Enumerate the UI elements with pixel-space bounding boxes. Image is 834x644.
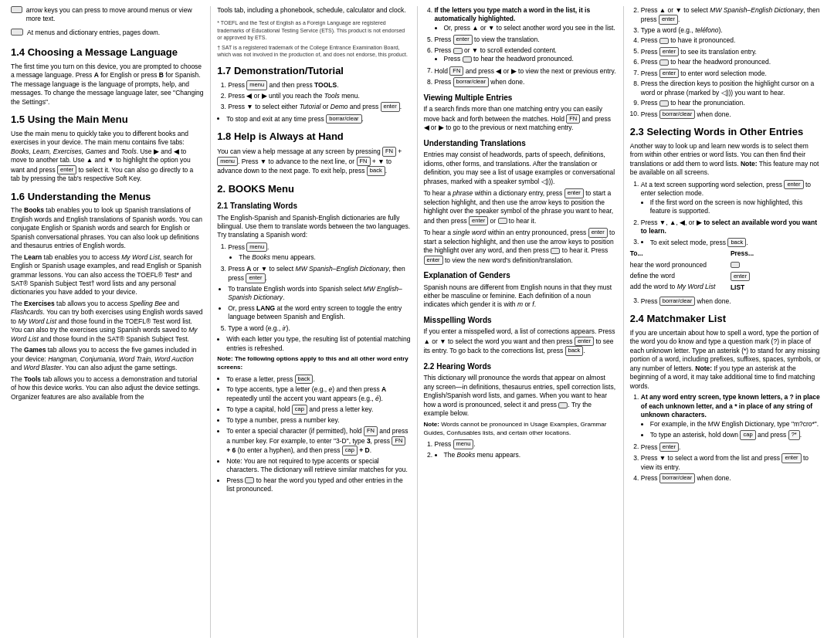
table-row-add: add the word to My Word List: [630, 283, 723, 291]
heading-24: 2.4 Matchmaker List: [630, 312, 823, 326]
body-viewing: If a search finds more than one matching…: [424, 105, 617, 132]
section-2: 2. BOOKS Menu: [217, 182, 410, 196]
note-21-2: To type accents, type a letter (e.g., e)…: [226, 385, 410, 403]
table-row-define: define the word: [630, 272, 723, 280]
bullets-17: To stop and exit at any time press borra…: [217, 114, 410, 124]
item-col3-7: Press borrar/clear when done.: [435, 77, 617, 87]
note-21-5: To enter a special character (if permitt…: [226, 426, 410, 456]
section-col3-numbered: If the letters you type match a word in …: [424, 6, 617, 87]
step-22-2: The Books menu appears.: [435, 451, 617, 459]
table-header-press: Press...: [731, 249, 823, 258]
section-16: 1.6 Understanding the Menus The Books ta…: [11, 190, 204, 402]
step-24-3: Press ▼ to select a word from the list a…: [641, 453, 823, 472]
section-17: 1.7 Demonstration/Tutorial Press menu an…: [217, 64, 410, 124]
table-row-hear: hear the word pronounced: [630, 261, 723, 269]
column-1: arrow keys you can press to move around …: [5, 6, 211, 638]
sub-24-1a: For example, in the MW English Dictionar…: [650, 420, 823, 429]
item-col4-5: Press enter to see its translation entry…: [641, 47, 823, 57]
step-23-2: Press ▼, ▲, ◀, or ▶ to select an availab…: [641, 219, 823, 236]
heading-2: 2. BOOKS Menu: [217, 182, 410, 196]
item-col4-9: Press to hear the pronunciation.: [641, 99, 823, 107]
section-23: 2.3 Selecting Words in Other Entries Ano…: [630, 125, 823, 306]
item-col4-2: Press ▲ or ▼ to select MW Spanish–Englis…: [641, 6, 823, 25]
step-21-2: The Books menu appears.: [217, 253, 410, 262]
step-21-5: Type a word (e.g., ir).: [228, 324, 410, 333]
table-row-press-add: LIST: [731, 283, 823, 292]
heading-21: 2.1 Translating Words: [217, 201, 410, 212]
menu-icon: [11, 29, 23, 36]
step-23-1: At a text screen supporting word selecti…: [641, 180, 823, 216]
heading-15: 1.5 Using the Main Menu: [11, 113, 204, 127]
numbered-list-col4: Press ▲ or ▼ to select MW Spanish–Englis…: [630, 6, 823, 119]
note-21-7: Press to hear the word you typed and oth…: [226, 476, 410, 494]
step-21-2a: The Books menu appears.: [239, 253, 410, 262]
step-22-1: Press menu.: [435, 439, 617, 449]
heading-misspelling: Misspelling Words: [424, 315, 617, 326]
heading-17: 1.7 Demonstration/Tutorial: [217, 64, 410, 78]
intro-arrow-section: arrow keys you can press to move around …: [11, 6, 204, 39]
section-viewing: Viewing Multiple Entries If a search fin…: [424, 93, 617, 133]
page: arrow keys you can press to move around …: [0, 0, 834, 644]
heading-viewing: Viewing Multiple Entries: [424, 93, 617, 103]
step-17-3: Press ▼ to select either Tutorial or Dem…: [228, 102, 410, 112]
item-col3-6b: Hold FN and press ◀ or ▶ to view the nex…: [435, 66, 617, 76]
note-items-21: To erase a letter, press back. To type a…: [217, 375, 410, 494]
note-21: Note: The following options apply to thi…: [217, 355, 410, 372]
column-4: Press ▲ or ▼ to select MW Spanish–Englis…: [624, 6, 829, 638]
table-23: To... hear the word pronounced define th…: [630, 249, 823, 295]
steps-23: At a text screen supporting word selecti…: [630, 180, 823, 247]
step-17-1: Press menu and then press TOOLS.: [228, 80, 410, 90]
column-3: If the letters you type match a word in …: [418, 6, 624, 638]
section-understanding: Understanding Translations Entries may c…: [424, 138, 617, 265]
body-14: The first time you turn on this device, …: [11, 63, 204, 107]
step-21-4: To translate English words into Spanish …: [217, 285, 410, 322]
body-16-exercises: The Exercises tab allows you to access S…: [11, 300, 204, 344]
note-21-1: To erase a letter, press back.: [226, 375, 410, 385]
item-col4-10: Press borrar/clear when done.: [641, 110, 823, 120]
note-21-3: To type a capital, hold cap and press a …: [226, 405, 410, 415]
body-24: If you are uncertain about how to spell …: [630, 329, 823, 391]
body-understanding-1: Entries may consist of headwords, parts …: [424, 151, 617, 186]
steps-23-final: Press borrar/clear when done.: [630, 297, 823, 307]
steps-17: Press menu and then press TOOLS. Press ◀…: [217, 80, 410, 111]
table-row-press-hear: [731, 261, 823, 269]
table-row-press-define: enter: [731, 272, 823, 282]
step-17-2: Press ◀ or ▶ until you reach the Tools m…: [228, 92, 410, 100]
note-21-6: Note: You are not required to type accen…: [226, 457, 410, 475]
body-understanding-3: To hear a single word within an entry pr…: [424, 228, 617, 265]
body-misspelling: If you enter a misspelled word, a list o…: [424, 327, 617, 355]
table-col-press: Press... enter LIST: [731, 249, 823, 295]
body-23: Another way to look up and learn new wor…: [630, 142, 823, 178]
note-21-4: To type a number, press a number key.: [226, 416, 410, 425]
sub-22: The Books menu appears.: [435, 451, 617, 459]
column-2: Tools tab, including a phonebook, schedu…: [211, 6, 417, 638]
sub-items-4: Or, press ▲ or ▼ to select another word …: [435, 24, 617, 32]
section-14: 1.4 Choosing a Message Language The firs…: [11, 46, 204, 107]
section-18: 1.8 Help is Always at Hand You can view …: [217, 130, 410, 175]
steps-21: Press menu. The Books menu appears. Pres…: [217, 242, 410, 333]
sub-23-1: If the first word on the screen is now h…: [641, 198, 823, 216]
step-21-3: Press A or ▼ to select MW Spanish–Englis…: [228, 265, 410, 283]
section-21: 2.1 Translating Words The English-Spanis…: [217, 201, 410, 494]
step-24-1: At any word entry screen, type known let…: [641, 393, 823, 439]
item-col3-4: If the letters you type match a word in …: [435, 6, 617, 32]
footnotes-section: * TOEFL and the Test of English as a For…: [217, 19, 410, 57]
step-21-1: Press menu.: [228, 242, 410, 253]
heading-22: 2.2 Hearing Words: [424, 361, 617, 372]
numbered-list-col3: If the letters you type match a word in …: [424, 6, 617, 87]
item-col4-6: Press to hear the headword pronounced.: [641, 58, 823, 66]
sub-4a: Or, press ▲ or ▼ to select another word …: [444, 24, 617, 32]
bullets-21: With each letter you type, the resulting…: [217, 335, 410, 353]
table-col-to: To... hear the word pronounced define th…: [630, 249, 723, 295]
heading-14: 1.4 Choosing a Message Language: [11, 46, 204, 59]
footnote-toefl: * TOEFL and the Test of English as a For…: [217, 19, 410, 40]
section-24: 2.4 Matchmaker List If you are uncertain…: [630, 312, 823, 483]
sub-23-3a: To exit select mode, press back.: [650, 238, 823, 248]
sub-items-6: Press to hear the headword pronounced.: [435, 55, 617, 63]
heading-23: 2.3 Selecting Words in Other Entries: [630, 125, 823, 139]
item-col3-5: Press enter to view the translation.: [435, 35, 617, 45]
footnote-sat: † SAT is a registered trademark of the C…: [217, 44, 410, 58]
item-col3-6: Press or ▼ to scroll extended content. P…: [435, 46, 617, 64]
heading-understanding: Understanding Translations: [424, 138, 617, 149]
col2-top-section: Tools tab, including a phonebook, schedu…: [217, 6, 410, 15]
